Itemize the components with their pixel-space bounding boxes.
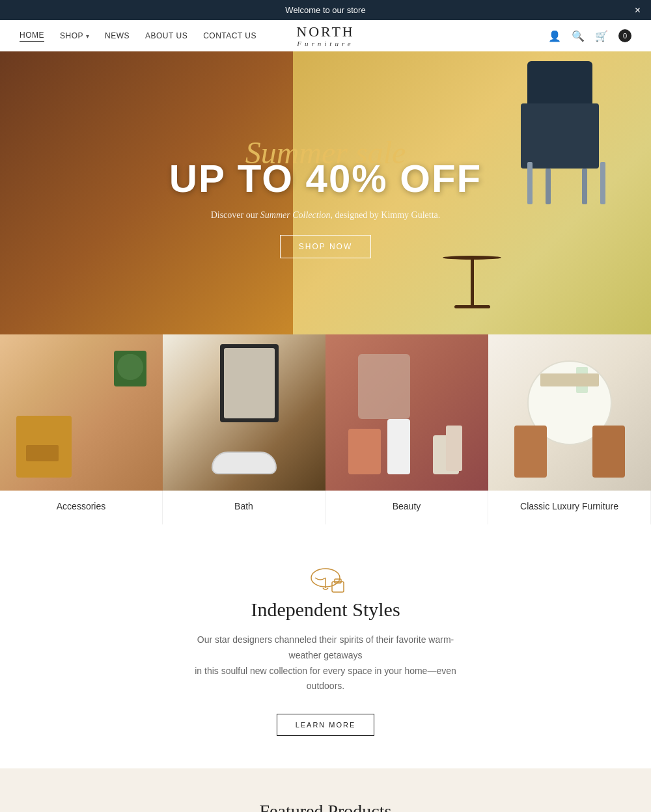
logo: NORTH Furniture	[296, 24, 354, 47]
category-accessories-label: Accessories	[0, 491, 163, 524]
hero-subtitle: Discover our Summer Collection, designed…	[211, 210, 441, 221]
category-furniture-label: Classic Luxury Furniture	[488, 491, 651, 524]
chevron-down-icon: ▾	[86, 33, 89, 40]
hero-section: Summer sale UP TO 40% OFF Discover our S…	[0, 51, 651, 334]
category-beauty-image	[326, 334, 488, 491]
category-accessories[interactable]: Accessories	[0, 334, 163, 524]
cart-count[interactable]: 0	[618, 29, 631, 42]
announcement-text: Welcome to our store	[285, 5, 365, 15]
announcement-bar: Welcome to our store ×	[0, 0, 651, 20]
announcement-close-button[interactable]: ×	[635, 5, 641, 16]
category-beauty-label: Beauty	[326, 491, 488, 524]
hero-subtitle-suffix: designed by Kimmy Guletta.	[333, 210, 440, 220]
nav-contact[interactable]: CONTACT US	[203, 31, 256, 40]
category-furniture-image	[488, 334, 651, 491]
styles-description: Our star designers channeled their spiri…	[189, 632, 462, 694]
category-bath[interactable]: Bath	[163, 334, 326, 524]
styles-section: Independent Styles Our star designers ch…	[0, 524, 651, 768]
account-icon[interactable]: 👤	[548, 30, 561, 42]
nav-about[interactable]: ABOUT US	[145, 31, 187, 40]
logo-title: NORTH	[296, 24, 354, 40]
hero-content: Summer sale UP TO 40% OFF Discover our S…	[0, 51, 651, 334]
styles-title: Independent Styles	[13, 599, 638, 621]
nav-shop-dropdown[interactable]: SHOP ▾	[60, 31, 89, 40]
logo-subtitle: Furniture	[296, 40, 354, 47]
featured-section: Featured Products	[0, 768, 651, 812]
category-beauty[interactable]: Beauty	[326, 334, 488, 524]
category-grid: Accessories Bath Beauty	[0, 334, 651, 524]
main-nav: HOME SHOP ▾ NEWS ABOUT US CONTACT US	[20, 31, 256, 42]
nav-news[interactable]: NEWS	[105, 31, 130, 40]
featured-title: Featured Products	[20, 801, 631, 812]
learn-more-button[interactable]: LEARN MORE	[277, 714, 375, 736]
search-icon[interactable]: 🔍	[572, 30, 585, 42]
hero-script-text: Summer sale	[245, 141, 406, 165]
category-furniture[interactable]: Classic Luxury Furniture	[488, 334, 651, 524]
styles-icon	[13, 563, 638, 599]
nav-home[interactable]: HOME	[20, 31, 44, 42]
hero-subtitle-prefix: Discover our	[211, 210, 260, 220]
header: HOME SHOP ▾ NEWS ABOUT US CONTACT US NOR…	[0, 20, 651, 51]
cart-icon[interactable]: 🛒	[595, 30, 608, 42]
shop-now-button[interactable]: SHOP NOW	[280, 235, 371, 258]
nav-shop[interactable]: SHOP	[60, 31, 83, 40]
styles-desc-line1: Our star designers channeled their spiri…	[197, 634, 454, 660]
category-accessories-image	[0, 334, 163, 491]
hero-subtitle-italic: Summer Collection,	[260, 210, 333, 220]
styles-desc-line2: in this soulful new collection for every…	[195, 666, 456, 692]
category-bath-image	[163, 334, 326, 491]
category-bath-label: Bath	[163, 491, 326, 524]
header-icons: 👤 🔍 🛒 0	[548, 29, 631, 42]
